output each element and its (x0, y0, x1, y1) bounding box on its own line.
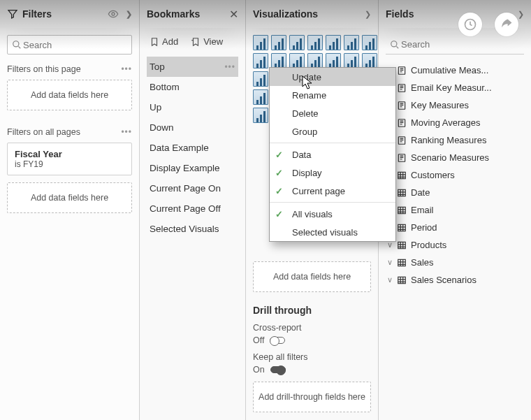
svg-rect-14 (398, 242, 406, 248)
bookmark-item[interactable]: Top••• (147, 57, 238, 77)
context-menu-item[interactable]: Selected visuals (270, 223, 395, 241)
context-menu-item[interactable]: Update (270, 68, 395, 86)
collapse-icon[interactable]: ❯ (126, 10, 132, 19)
field-item[interactable]: ∨Email Key Measur... (386, 79, 524, 96)
search-icon (390, 40, 400, 50)
field-item[interactable]: ∨Period (386, 219, 524, 236)
bookmark-item[interactable]: Current Page Off (147, 198, 238, 219)
table-icon (397, 171, 407, 180)
filter-card-fiscal-year[interactable]: Fiscal Year is FY19 (7, 143, 132, 175)
fields-search-input[interactable] (400, 38, 520, 50)
context-menu-item[interactable]: ✓Display (270, 164, 395, 182)
bookmark-item[interactable]: Display Example (147, 158, 238, 178)
field-item[interactable]: ∨Ranking Measures (386, 131, 524, 149)
bookmark-item[interactable]: Data Example (147, 138, 238, 158)
viz-type-icon[interactable] (253, 53, 268, 68)
field-item[interactable]: ∨Key Measures (386, 96, 524, 114)
field-item[interactable]: ∨Moving Averages (386, 114, 524, 131)
field-item-label: Cumulative Meas... (411, 65, 488, 75)
keep-filters-label: Keep all filters (253, 352, 371, 362)
filters-all-dropzone[interactable]: Add data fields here (7, 182, 132, 213)
viz-type-icon[interactable] (289, 53, 305, 68)
context-menu-item[interactable]: ✓Current page (270, 182, 395, 200)
filters-page-dropzone[interactable]: Add data fields here (7, 80, 132, 110)
share-icon[interactable] (495, 13, 518, 36)
field-item[interactable]: ∨Email (386, 201, 524, 219)
filters-title: Filters (22, 8, 52, 20)
bookmarks-pane: Bookmarks ✕ Add View Top•••BottomUpDownD… (139, 0, 245, 420)
collapse-icon[interactable]: ❯ (365, 10, 371, 19)
field-item[interactable]: ∨Sales (386, 254, 524, 271)
keep-filters-toggle[interactable]: On (253, 365, 371, 375)
viz-fields-dropzone[interactable]: Add data fields here (253, 261, 371, 292)
viz-type-icon[interactable] (326, 35, 341, 50)
field-item[interactable]: ∨Sales Scenarios (386, 271, 524, 289)
bookmark-item[interactable]: Up (147, 97, 238, 117)
context-menu-item-label: Rename (292, 90, 326, 101)
filter-card-name: Fiscal Year (15, 149, 124, 159)
bookmark-item-label: Up (150, 102, 161, 113)
check-icon: ✓ (275, 186, 283, 196)
viz-type-icon[interactable] (344, 53, 359, 68)
viz-type-icon[interactable] (307, 35, 323, 50)
close-icon[interactable]: ✕ (229, 8, 238, 21)
svg-rect-11 (398, 189, 406, 196)
field-item[interactable]: ∨Products (386, 236, 524, 254)
filters-all-more-icon[interactable]: ••• (121, 127, 132, 137)
field-item-label: Email Key Measur... (411, 82, 492, 93)
filters-search-input[interactable] (22, 39, 139, 51)
context-menu-item-label: Group (292, 126, 317, 137)
filters-search[interactable] (7, 35, 132, 55)
table-icon (397, 188, 407, 198)
drillthrough-dropzone[interactable]: Add drill-through fields here (253, 382, 371, 412)
context-menu-item-label: Selected visuals (292, 227, 358, 238)
bookmark-item-more-icon[interactable]: ••• (224, 62, 235, 72)
context-menu-item[interactable]: Rename (270, 86, 395, 104)
context-menu-item-label: Data (292, 150, 311, 160)
filter-card-value: is FY19 (15, 159, 124, 169)
bookmark-item[interactable]: Down (147, 117, 238, 138)
watch-later-icon[interactable] (458, 13, 482, 36)
bookmark-item[interactable]: Bottom (147, 77, 238, 97)
viz-type-icon[interactable] (271, 53, 286, 68)
drillthrough-title: Drill through (253, 305, 371, 316)
field-item-label: Sales Scenarios (411, 275, 477, 285)
context-menu-item[interactable]: ✓All visuals (270, 205, 395, 223)
viz-type-icon[interactable] (307, 53, 323, 68)
eye-icon[interactable] (108, 8, 119, 20)
cross-report-toggle[interactable]: Off (253, 335, 371, 345)
table-icon (397, 258, 407, 268)
bookmark-item-label: Data Example (150, 143, 209, 153)
context-menu-item[interactable]: ✓Data (270, 145, 395, 164)
fields-search[interactable] (386, 35, 524, 55)
bookmark-add-button[interactable]: Add (150, 36, 178, 47)
context-menu-item-label: Delete (292, 108, 319, 119)
field-item[interactable]: ∨Customers (386, 166, 524, 184)
measure-icon (397, 101, 407, 110)
viz-type-icon[interactable] (253, 89, 268, 105)
svg-point-1 (112, 13, 115, 15)
viz-type-icon[interactable] (326, 53, 341, 68)
viz-type-icon[interactable] (271, 35, 286, 50)
filters-all-label: Filters on all pages (7, 127, 80, 137)
viz-type-icon[interactable] (289, 35, 305, 50)
field-item[interactable]: ∨Cumulative Meas... (386, 61, 524, 79)
context-menu-item[interactable]: Delete (270, 104, 395, 122)
collapse-icon[interactable]: ❯ (518, 10, 524, 19)
bookmark-item[interactable]: Selected Visuals (147, 219, 238, 239)
viz-type-icon[interactable] (253, 71, 268, 87)
field-item[interactable]: ∨Scenario Measures (386, 149, 524, 166)
field-item-label: Moving Averages (411, 117, 481, 128)
context-menu-item[interactable]: Group (270, 122, 395, 140)
field-item[interactable]: ∨Date (386, 184, 524, 201)
viz-type-icon[interactable] (362, 53, 377, 68)
viz-type-icon[interactable] (362, 35, 377, 50)
bookmark-view-button[interactable]: View (191, 36, 223, 47)
filters-page-more-icon[interactable]: ••• (121, 64, 132, 74)
field-item-label: Date (411, 187, 430, 198)
bookmark-item[interactable]: Current Page On (147, 178, 238, 198)
viz-type-icon[interactable] (253, 35, 268, 50)
viz-type-icon[interactable] (344, 35, 359, 50)
field-item-label: Period (411, 222, 437, 233)
viz-type-icon[interactable] (253, 108, 268, 123)
